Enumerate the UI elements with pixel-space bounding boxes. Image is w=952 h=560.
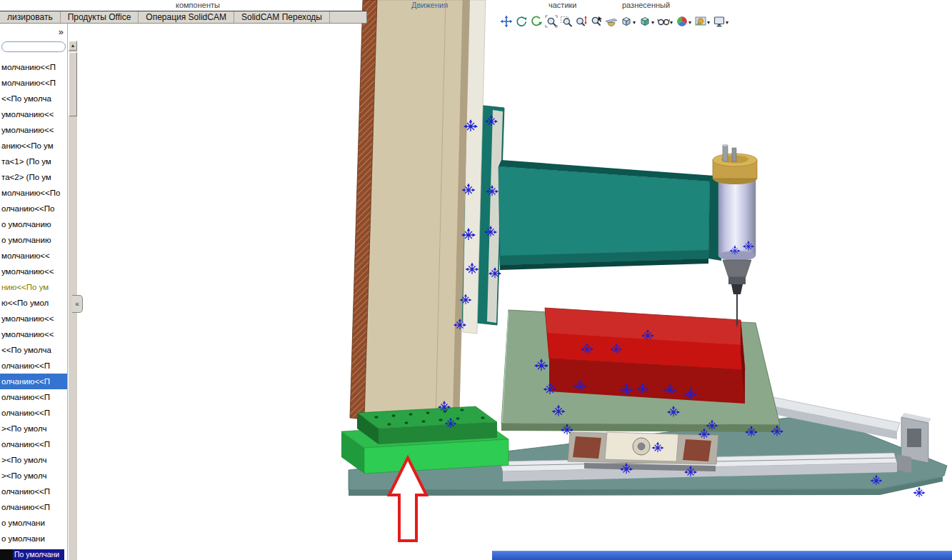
tree-item[interactable]: та<1> (По ум: [0, 154, 67, 169]
tree-item[interactable]: о умолчанию: [0, 232, 67, 248]
bottom-black-block: [0, 549, 13, 560]
scrollbar-thumb[interactable]: [69, 52, 77, 116]
feature-tree-list: молчанию<<Пмолчанию<<П<<По умолчаумолчан…: [0, 59, 67, 546]
ribbon-fragment-exploded[interactable]: разнесенный: [622, 1, 670, 9]
tree-item[interactable]: умолчанию<<: [0, 264, 67, 279]
bottom-left-fragment: По умолчани: [0, 549, 64, 560]
tree-item[interactable]: олчанию<<П: [0, 358, 67, 374]
tree-item[interactable]: та<2> (По ум: [0, 169, 67, 185]
commandmanager-partial-row: компоненты Движения частики разнесенный: [0, 0, 952, 11]
view-orientation-icon[interactable]: [618, 14, 633, 29]
hide-show-items-dropdown-caret[interactable]: ▾: [670, 20, 673, 26]
edit-appearance-icon[interactable]: [674, 14, 689, 29]
tree-item-selected-partial[interactable]: По умолчани: [13, 549, 64, 560]
ribbon-fragment-components[interactable]: компоненты: [176, 1, 220, 9]
tree-item[interactable]: анию<<По ум: [0, 138, 67, 154]
zoom-to-area-icon[interactable]: [558, 14, 573, 29]
taskbar-fragment[interactable]: [492, 551, 952, 560]
tree-item[interactable]: олчанию<<П: [0, 436, 67, 452]
edit-appearance-dropdown-caret[interactable]: ▾: [688, 20, 691, 26]
mate-symbol[interactable]: [913, 487, 926, 497]
pan-icon[interactable]: [498, 14, 513, 29]
view-toolbar: ▾▾▾▾▾▾: [498, 14, 730, 29]
tree-item[interactable]: молчанию<<: [0, 248, 67, 264]
tree-item[interactable]: о умолчани: [0, 515, 67, 531]
tree-item[interactable]: олчанию<<П: [0, 484, 67, 499]
tree-item[interactable]: умолчанию<<: [0, 122, 67, 138]
tree-item[interactable]: умолчанию<<: [0, 326, 67, 342]
view-orientation-dropdown-caret[interactable]: ▾: [633, 20, 636, 26]
tree-item[interactable]: ю<<По умол: [0, 295, 67, 311]
rotate-view-icon[interactable]: [513, 14, 528, 29]
tab-solidcam-operation[interactable]: Операция SolidCAM: [139, 11, 234, 23]
tree-item[interactable]: нию<<По ум: [0, 279, 67, 295]
featuremanager-panel: » молчанию<<Пмолчанию<<П<<По умолчаумолч…: [0, 24, 68, 560]
panel-collapse-button[interactable]: «: [72, 295, 83, 313]
tab-analyze[interactable]: лизировать: [0, 11, 61, 23]
ribbon-fragment-particles[interactable]: частики: [548, 1, 577, 9]
tab-office-products[interactable]: Продукты Office: [61, 11, 139, 23]
tree-item[interactable]: олчанию<<П: [0, 499, 67, 515]
tree-item[interactable]: о умолчанию: [0, 216, 67, 232]
tree-item[interactable]: молчанию<<По: [0, 185, 67, 201]
tree-item[interactable]: ><По умолч: [0, 421, 67, 436]
tree-item[interactable]: олчанию<<П: [0, 405, 67, 421]
tree-item[interactable]: умолчанию<<: [0, 311, 67, 326]
zoom-to-fit-icon[interactable]: [543, 14, 558, 29]
zoom-to-selection-icon[interactable]: [588, 14, 603, 29]
zoom-in-out-icon[interactable]: [573, 14, 588, 29]
panel-expand-chevron[interactable]: »: [59, 26, 64, 37]
table-mechanism[interactable]: [568, 432, 718, 471]
tree-item[interactable]: олчанию<<П: [0, 389, 67, 405]
scrollbar-up-button[interactable]: ▲: [69, 41, 77, 51]
display-style-icon[interactable]: [637, 14, 652, 29]
hide-show-items-icon[interactable]: [656, 14, 671, 29]
tree-item[interactable]: молчанию<<П: [0, 75, 67, 91]
tree-item[interactable]: олчанию<<П: [0, 374, 67, 389]
mount-plates-green[interactable]: [341, 406, 508, 474]
viewport-3d[interactable]: [0, 0, 952, 560]
tab-solidcam-transitions[interactable]: SolidCAM Переходы: [234, 11, 330, 23]
tree-item[interactable]: молчанию<<П: [0, 59, 67, 75]
tree-item[interactable]: о умолчани: [0, 531, 67, 546]
display-style-dropdown-caret[interactable]: ▾: [651, 20, 654, 26]
tree-item[interactable]: олчанию<<По: [0, 201, 67, 216]
tree-item[interactable]: <<По умолча: [0, 91, 67, 106]
tree-item[interactable]: умолчанию<<: [0, 106, 67, 122]
display-state-dropdown[interactable]: [1, 41, 66, 52]
view-settings-dropdown-caret[interactable]: ▾: [726, 20, 728, 26]
tree-item[interactable]: ><По умолч: [0, 468, 67, 484]
previous-view-icon[interactable]: [528, 14, 543, 29]
apply-scene-dropdown-caret[interactable]: ▾: [707, 20, 710, 26]
spindle-arm[interactable]: [498, 160, 723, 270]
section-view-icon[interactable]: [603, 14, 618, 29]
tree-item[interactable]: ><По умолч: [0, 452, 67, 468]
ribbon-fragment-motion[interactable]: Движения: [411, 1, 448, 9]
commandmanager-tabbar: лизировать Продукты Office Операция Soli…: [0, 11, 367, 24]
solidworks-window: компоненты Движения частики разнесенный …: [0, 0, 952, 560]
tree-item[interactable]: <<По умолча: [0, 342, 67, 358]
panel-header: »: [0, 24, 67, 39]
view-settings-icon[interactable]: [711, 14, 726, 29]
apply-scene-icon[interactable]: [693, 14, 708, 29]
spindle-assembly[interactable]: [713, 144, 757, 328]
machine-column[interactable]: [350, 0, 486, 426]
